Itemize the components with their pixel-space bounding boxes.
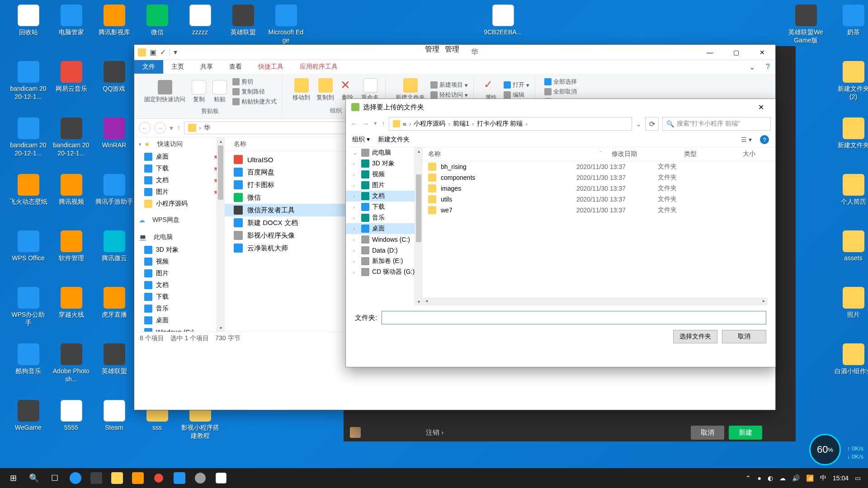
- table-row[interactable]: we72020/11/30 13:37文件夹: [423, 205, 775, 216]
- tray-clock[interactable]: 15:04: [833, 474, 849, 482]
- tab-view[interactable]: 查看: [221, 60, 250, 74]
- edit-button[interactable]: 编辑: [503, 90, 530, 99]
- copy-path-button[interactable]: 复制路径: [231, 87, 278, 96]
- minimize-button[interactable]: —: [697, 45, 723, 60]
- qat-dropdown[interactable]: ▾: [174, 48, 177, 56]
- crumb-seg[interactable]: «: [403, 120, 406, 127]
- desktop-icon[interactable]: 9CB2EEBA...: [484, 5, 522, 36]
- ide-cancel-button[interactable]: 取消: [691, 426, 724, 440]
- tray-app-2[interactable]: ◐: [768, 474, 773, 482]
- tree-item[interactable]: ›Windows (C:): [346, 234, 422, 245]
- tray-ime[interactable]: 中: [820, 474, 826, 482]
- easy-access-button[interactable]: 轻松访问 ▾: [429, 90, 469, 99]
- taskbar-app4[interactable]: [127, 468, 148, 488]
- desktop-icon[interactable]: Adobe Photosh...: [52, 343, 90, 383]
- nav-item[interactable]: 图片: [134, 267, 224, 279]
- tab-file[interactable]: 文件: [134, 60, 163, 74]
- tray-expand-icon[interactable]: ⌃: [745, 474, 751, 482]
- desktop-icon[interactable]: 英雄联盟: [95, 343, 133, 375]
- desktop-icon[interactable]: QQ游戏: [95, 61, 133, 93]
- task-view-button[interactable]: ☐: [44, 468, 65, 488]
- pin-button[interactable]: 固定到快速访问: [142, 79, 187, 104]
- nav-back-button[interactable]: ←: [139, 122, 151, 134]
- nav-item[interactable]: 视频: [134, 256, 224, 267]
- desktop-icon[interactable]: 照片: [834, 287, 868, 319]
- qat-pin[interactable]: ▣: [150, 48, 156, 56]
- desktop-icon[interactable]: 新建文件夹: [834, 117, 868, 149]
- h-scrollbar[interactable]: ◂ ▸: [423, 298, 768, 305]
- move-to-button[interactable]: 移动到: [291, 77, 312, 103]
- crumb-current[interactable]: 华: [204, 124, 210, 132]
- picker-refresh-button[interactable]: ⟳: [645, 117, 659, 131]
- help-icon[interactable]: ?: [760, 60, 775, 74]
- nav-item[interactable]: 下载📌: [134, 163, 224, 174]
- organize-button[interactable]: 组织 ▾: [352, 136, 370, 144]
- nav-scrollbar[interactable]: ▴▾: [217, 137, 224, 332]
- nav-item[interactable]: 小程序源码: [134, 198, 224, 210]
- tree-item[interactable]: ›文档: [346, 191, 422, 202]
- open-button[interactable]: 打开 ▾: [503, 80, 530, 89]
- desktop-icon[interactable]: WPS Office: [9, 230, 47, 262]
- desktop-icon[interactable]: WinRAR: [95, 117, 133, 149]
- tree-item[interactable]: ›音乐: [346, 212, 422, 223]
- tree-item[interactable]: ›视频: [346, 169, 422, 180]
- nav-item[interactable]: 桌面📌: [134, 151, 224, 163]
- desktop-icon[interactable]: 5555: [52, 400, 90, 432]
- desktop-icon[interactable]: 新建文件夹 (2): [834, 61, 868, 101]
- picker-search-input[interactable]: 🔍 搜索"打卡小程序 前端": [662, 117, 771, 131]
- tree-item[interactable]: ⌄此电脑: [346, 147, 422, 158]
- tree-item[interactable]: ›新加卷 (E:): [346, 256, 422, 267]
- picker-history-button[interactable]: ▾: [374, 120, 377, 128]
- picker-back-button[interactable]: ←: [350, 120, 358, 128]
- nav-history-button[interactable]: ▾: [170, 124, 173, 132]
- nav-up-button[interactable]: ↑: [177, 124, 180, 132]
- crumb-seg[interactable]: 打卡小程序 前端: [477, 120, 523, 128]
- picker-close-button[interactable]: ✕: [752, 103, 770, 112]
- copy-button[interactable]: 复制: [190, 79, 208, 104]
- tray-wifi-icon[interactable]: 📶: [806, 474, 814, 482]
- tree-item[interactable]: ›CD 驱动器 (G:): [346, 267, 422, 277]
- tree-item[interactable]: ›3D 对象: [346, 158, 422, 169]
- taskbar-wps[interactable]: [169, 468, 190, 488]
- new-folder-toolbar-button[interactable]: 新建文件夹: [378, 136, 410, 144]
- nav-item[interactable]: 桌面: [134, 314, 224, 326]
- picker-breadcrumb[interactable]: «›小程序源码›前端1›打卡小程序 前端›: [389, 117, 632, 131]
- ide-new-button[interactable]: 新建: [729, 426, 762, 440]
- pcol-size[interactable]: 大小: [743, 150, 770, 158]
- ribbon-collapse-icon[interactable]: ⌄: [744, 60, 760, 74]
- paste-shortcut-button[interactable]: 粘贴快捷方式: [231, 97, 278, 106]
- desktop-icon[interactable]: 英雄联盟: [224, 5, 262, 36]
- mgmt-tab-1[interactable]: 管理: [425, 45, 439, 60]
- tree-item[interactable]: ›Data (D:): [346, 245, 422, 256]
- nav-item[interactable]: 文档: [134, 279, 224, 291]
- mgmt-tab-2[interactable]: 管理: [445, 45, 459, 60]
- qat-check[interactable]: ✓: [160, 48, 166, 56]
- desktop-icon[interactable]: 英雄联盟WeGame版: [787, 5, 825, 44]
- table-row[interactable]: components2020/11/30 13:37文件夹: [423, 172, 775, 183]
- taskbar-explorer[interactable]: [107, 468, 127, 488]
- tray-network-icon[interactable]: ☁: [779, 474, 786, 482]
- tree-item[interactable]: ›桌面: [346, 223, 422, 234]
- tab-home[interactable]: 主页: [163, 60, 192, 74]
- perf-widget[interactable]: 60%: [809, 434, 841, 465]
- picker-forward-button[interactable]: →: [362, 120, 369, 128]
- desktop-icon[interactable]: 网易云音乐: [52, 61, 90, 93]
- pcol-name[interactable]: 名称: [428, 150, 573, 158]
- desktop-icon[interactable]: 酷狗音乐: [9, 343, 47, 375]
- nav-item[interactable]: Windows (C:): [134, 326, 224, 332]
- tab-shortcut-tools[interactable]: 快捷工具: [250, 60, 292, 74]
- logout-link[interactable]: 注销 ›: [426, 428, 443, 437]
- desktop-icon[interactable]: assets: [834, 230, 868, 262]
- desktop-icon[interactable]: 个人简历: [834, 174, 868, 206]
- pcol-date[interactable]: 修改日期: [603, 150, 684, 158]
- search-button[interactable]: 🔍: [24, 468, 44, 488]
- desktop-icon[interactable]: 飞火动态壁纸: [9, 174, 47, 206]
- nav-item[interactable]: 音乐: [134, 303, 224, 314]
- desktop-icon[interactable]: 电脑管家: [52, 5, 90, 36]
- desktop-icon[interactable]: 白酒小组作业: [834, 343, 868, 375]
- desktop-icon[interactable]: WPS办公助手: [9, 287, 47, 327]
- copy-to-button[interactable]: 复制到: [315, 77, 336, 103]
- avatar[interactable]: [350, 427, 361, 438]
- desktop-icon[interactable]: 回收站: [9, 5, 47, 36]
- nav-item[interactable]: 下载: [134, 291, 224, 303]
